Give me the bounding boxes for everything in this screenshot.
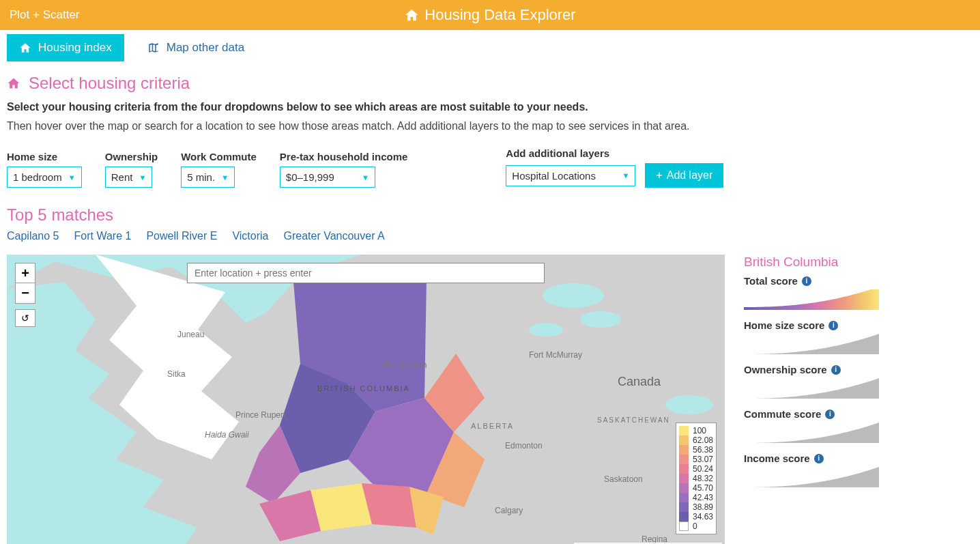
ownership-label: Ownership	[105, 151, 158, 162]
info-icon[interactable]: i	[831, 365, 841, 375]
match-link[interactable]: Victoria	[232, 230, 268, 242]
app-title-text: Housing Data Explorer	[424, 6, 575, 24]
score-sparkline	[744, 289, 879, 310]
legend-value: 45.70	[693, 483, 713, 493]
instructions-line-2: Then hover over the map or search for a …	[7, 120, 973, 132]
income-select[interactable]: $0–19,999	[280, 167, 375, 188]
legend-value: 34.63	[693, 512, 713, 521]
legend-value: 0	[693, 521, 697, 531]
home-icon	[19, 42, 31, 54]
legend-row: 45.70	[679, 483, 713, 493]
score-sparkline	[744, 334, 879, 354]
match-link[interactable]: Greater Vancouver A	[283, 230, 384, 242]
map-label-haida-gwaii: Haida Gwaii	[205, 430, 249, 440]
map-basemap	[7, 255, 725, 544]
legend-value: 56.38	[693, 445, 713, 455]
criteria-title: Select housing criteria	[7, 74, 973, 93]
info-icon[interactable]: i	[828, 321, 838, 330]
legend-swatch	[679, 455, 689, 464]
zoom-in-button[interactable]: +	[15, 263, 35, 283]
matches-title: Top 5 matches	[7, 205, 973, 225]
legend-row: 34.63	[679, 512, 713, 521]
map-label-alberta: ALBERTA	[471, 422, 514, 430]
match-link[interactable]: Capilano 5	[7, 230, 59, 242]
tab-map-other-data[interactable]: Map other data	[135, 34, 257, 61]
legend-row: 48.32	[679, 474, 713, 483]
legend-swatch	[679, 493, 689, 502]
map-label-edmonton: Edmonton	[505, 441, 543, 450]
commute-label: Work Commute	[181, 151, 257, 162]
legend-row: 100	[679, 426, 713, 435]
score-label: Income score i	[744, 453, 973, 464]
legend-value: 53.07	[693, 455, 713, 464]
layers-label: Add additional layers	[506, 147, 723, 159]
map-search-input[interactable]	[187, 263, 545, 283]
home-size-select[interactable]: 1 bedroom	[7, 167, 82, 188]
layers-select[interactable]: Hospital Locations	[506, 165, 635, 186]
map-label-prince-rupert: Prince Rupert	[235, 410, 285, 420]
add-layer-button[interactable]: + Add layer	[645, 163, 723, 188]
match-link[interactable]: Powell River E	[146, 230, 217, 242]
legend-swatch	[679, 521, 689, 531]
legend-swatch	[679, 512, 689, 521]
score-sparkline	[744, 467, 879, 487]
legend-value: 100	[693, 426, 706, 435]
brand-text: Plot + Scatter	[0, 8, 80, 22]
info-icon[interactable]: i	[825, 410, 835, 419]
legend-swatch	[679, 502, 689, 512]
map-icon	[147, 42, 160, 54]
score-sparkline	[744, 378, 879, 399]
legend-swatch	[679, 426, 689, 435]
zoom-reset-button[interactable]: ↺	[15, 309, 35, 327]
legend-swatch	[679, 474, 689, 483]
map-label-fort-st-john: Fort St John	[382, 360, 427, 370]
map-label-canada: Canada	[618, 375, 661, 389]
score-sparkline	[744, 423, 879, 443]
legend-swatch	[679, 435, 689, 445]
svg-point-2	[580, 311, 621, 328]
legend-row: 62.08	[679, 435, 713, 445]
criteria-row: Home size 1 bedroom Ownership Rent Work …	[7, 147, 973, 188]
legend-swatch	[679, 445, 689, 455]
map-label-calgary: Calgary	[495, 506, 523, 515]
commute-select[interactable]: 5 min.	[181, 167, 235, 188]
legend-swatch	[679, 464, 689, 474]
tab-label: Map other data	[167, 41, 244, 55]
map-label-fort-mcmurray: Fort McMurray	[529, 350, 582, 360]
top-bar: Plot + Scatter Housing Data Explorer	[0, 0, 980, 30]
legend-row: 50.24	[679, 464, 713, 474]
app-title: Housing Data Explorer	[404, 6, 575, 24]
svg-point-4	[665, 395, 713, 414]
region-title: British Columbia	[744, 255, 973, 270]
svg-point-3	[529, 323, 563, 337]
home-icon	[7, 76, 20, 90]
map-label-sask: SASKATCHEWAN	[597, 416, 670, 424]
tab-housing-index[interactable]: Housing index	[7, 34, 124, 61]
score-label: Ownership score i	[744, 364, 973, 375]
score-label: Total score i	[744, 275, 973, 287]
map-label-saskatoon: Saskatoon	[604, 474, 643, 484]
legend-row: 56.38	[679, 445, 713, 455]
map-canvas[interactable]: Juneau Sitka Haida Gwaii Prince Rupert B…	[7, 255, 725, 544]
legend-value: 62.08	[693, 435, 713, 445]
info-icon[interactable]: i	[802, 276, 811, 286]
plus-icon: +	[656, 169, 662, 182]
legend-row: 38.89	[679, 502, 713, 512]
ownership-select[interactable]: Rent	[105, 167, 153, 188]
map-label-bc: BRITISH COLUMBIA	[317, 384, 410, 392]
tab-bar: Housing index Map other data	[7, 34, 980, 61]
home-icon	[404, 8, 419, 23]
income-label: Pre-tax household income	[280, 151, 408, 162]
zoom-out-button[interactable]: −	[15, 283, 35, 304]
legend-value: 38.89	[693, 502, 713, 512]
map-label-sitka: Sitka	[167, 369, 186, 379]
info-icon[interactable]: i	[814, 454, 824, 463]
legend-row: 0	[679, 521, 713, 531]
home-size-label: Home size	[7, 151, 82, 162]
map-label-juneau: Juneau	[177, 330, 204, 339]
score-label: Home size score i	[744, 319, 973, 331]
match-link[interactable]: Fort Ware 1	[74, 230, 132, 242]
matches-list: Capilano 5 Fort Ware 1 Powell River E Vi…	[7, 230, 973, 242]
instructions-line-1: Select your housing criteria from the fo…	[7, 101, 973, 113]
map-legend: 10062.0856.3853.0750.2448.3245.7042.4338…	[676, 423, 717, 534]
